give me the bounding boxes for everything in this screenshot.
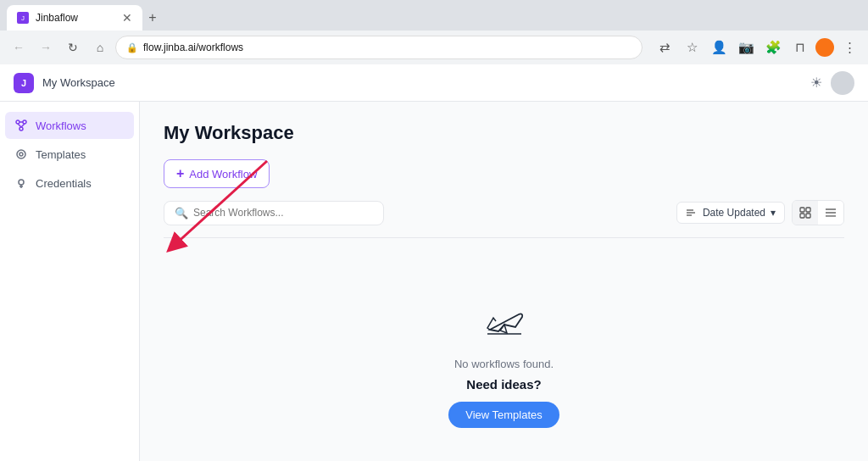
credentials-icon: [14, 175, 29, 191]
sort-label: Date Updated: [703, 207, 765, 219]
sidebar-item-templates[interactable]: Templates: [5, 141, 134, 168]
address-bar[interactable]: 🔒 flow.jinba.ai/workflows: [115, 36, 643, 59]
svg-point-1: [23, 120, 26, 124]
tab-close-button[interactable]: ✕: [122, 12, 132, 24]
svg-line-4: [18, 124, 21, 127]
home-button[interactable]: ⌂: [88, 36, 112, 59]
sidebar-item-credentials[interactable]: Credentials: [5, 169, 134, 197]
svg-rect-16: [800, 214, 804, 218]
browser-tab[interactable]: J Jinbaflow ✕: [7, 5, 142, 31]
svg-line-5: [21, 124, 25, 127]
app-workspace-label: My Workspace: [42, 76, 115, 89]
browser-user-avatar[interactable]: [815, 38, 834, 57]
reload-button[interactable]: ↻: [61, 36, 85, 59]
add-workflow-label: Add Workflow: [189, 168, 257, 181]
forward-button[interactable]: →: [34, 36, 58, 59]
view-templates-button[interactable]: View Templates: [448, 402, 559, 428]
tab-title: Jinbaflow: [36, 12, 115, 24]
grid-view-button[interactable]: [793, 201, 818, 225]
empty-state-icon: [483, 306, 526, 347]
translate-icon[interactable]: ⇄: [653, 36, 676, 59]
extensions-icon[interactable]: 🧩: [761, 36, 785, 59]
sort-button[interactable]: Date Updated ▾: [676, 202, 785, 224]
add-workflow-button[interactable]: + Add Workflow: [164, 159, 270, 188]
lock-icon: 🔒: [126, 42, 138, 53]
search-icon: 🔍: [175, 207, 188, 219]
back-button[interactable]: ←: [7, 36, 31, 59]
search-bar[interactable]: 🔍: [164, 201, 384, 225]
url-text: flow.jinba.ai/workflows: [143, 42, 632, 53]
sidebar-nav: Workflows Templates: [0, 112, 139, 197]
search-input[interactable]: [193, 207, 373, 219]
svg-point-0: [16, 120, 19, 124]
profile-icon[interactable]: 👤: [707, 36, 731, 59]
view-btn-group: [792, 200, 844, 225]
svg-rect-17: [806, 214, 810, 218]
empty-text: No workflows found.: [454, 358, 554, 370]
theme-toggle-button[interactable]: ☀: [810, 75, 822, 91]
svg-point-7: [19, 153, 23, 156]
user-avatar[interactable]: [831, 71, 854, 95]
camera-icon[interactable]: 📷: [734, 36, 758, 59]
svg-rect-14: [800, 208, 804, 212]
credentials-label: Credentials: [36, 177, 92, 190]
view-controls: Date Updated ▾: [676, 200, 844, 225]
svg-point-6: [17, 150, 25, 158]
app-logo: J: [14, 73, 34, 93]
menu-icon[interactable]: ⋮: [837, 36, 861, 59]
sort-chevron-icon: ▾: [771, 207, 776, 219]
list-view-button[interactable]: [818, 201, 843, 225]
templates-label: Templates: [36, 148, 86, 161]
workflows-icon: [14, 118, 29, 133]
svg-point-2: [19, 127, 23, 131]
app-bar: J My Workspace ☀: [0, 64, 868, 102]
sidebar-item-workflows[interactable]: Workflows: [5, 112, 134, 139]
star-icon[interactable]: ☆: [680, 36, 704, 59]
new-tab-button[interactable]: +: [142, 8, 163, 28]
cast-icon[interactable]: ⊓: [788, 36, 812, 59]
app-layout: Workflows Templates: [0, 102, 868, 461]
sidebar: Workflows Templates: [0, 102, 140, 461]
main-content: My Workspace + Add Workflow 🔍: [140, 102, 868, 461]
svg-point-8: [19, 180, 24, 185]
page-title: My Workspace: [164, 122, 844, 144]
plus-icon: +: [176, 166, 184, 181]
need-ideas-label: Need ideas?: [466, 377, 541, 392]
workflows-label: Workflows: [36, 119, 86, 132]
templates-icon: [14, 147, 29, 162]
empty-state: No workflows found. Need ideas? View Tem…: [164, 238, 844, 461]
tab-favicon: J: [17, 12, 29, 24]
svg-rect-15: [806, 208, 810, 212]
